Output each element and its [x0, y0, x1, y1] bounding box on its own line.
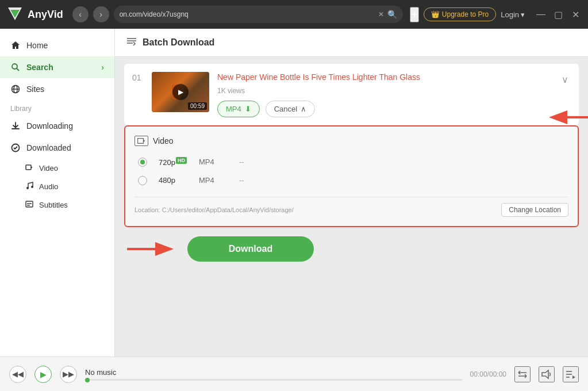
sidebar-item-sites[interactable]: Sites: [0, 78, 114, 100]
video-item: 01 ▶ 00:59 New Paper Wine Bottle Is Five…: [124, 64, 579, 125]
music-icon: [25, 182, 34, 191]
sidebar-item-downloading[interactable]: Downloading: [0, 115, 114, 137]
video-type-icon: [134, 136, 148, 146]
main-layout: Home Search › Sites Library Downloading: [0, 29, 588, 356]
video-title: New Paper Wine Bottle Is Five Times Ligh…: [217, 72, 551, 83]
player-progress-bar[interactable]: [85, 379, 462, 381]
video-info: New Paper Wine Bottle Is Five Times Ligh…: [217, 72, 551, 117]
format-row-480p[interactable]: 480p MP4 --: [134, 171, 568, 190]
player-progress-dot: [85, 378, 90, 382]
video-item-wrapper: 01 ▶ 00:59 New Paper Wine Bottle Is Five…: [115, 57, 588, 125]
back-button[interactable]: ‹: [72, 6, 89, 22]
url-text: on.com/video/x7usgnq: [120, 10, 375, 18]
close-button[interactable]: ✕: [568, 7, 582, 21]
player-next-button[interactable]: ▶▶: [60, 366, 77, 383]
bottom-player: ◀◀ ▶ ▶▶ No music 00:00/00:00: [0, 356, 588, 391]
forward-button[interactable]: ›: [93, 6, 109, 22]
svg-point-10: [26, 187, 29, 189]
player-volume-button[interactable]: [539, 366, 555, 382]
svg-marker-9: [31, 167, 33, 168]
video-views: 1K views: [217, 87, 551, 95]
check-circle-icon: [10, 143, 21, 153]
svg-line-3: [17, 68, 19, 71]
type-720p: MP4: [199, 158, 228, 166]
res-480p: 480p: [159, 176, 187, 185]
download-arrow-icon: ⬇: [245, 105, 251, 113]
library-section-label: Library: [0, 100, 114, 115]
batch-title: Batch Download: [143, 37, 214, 48]
svg-marker-22: [542, 370, 548, 378]
radio-selected-dot: [140, 160, 145, 164]
sidebar-sub-video[interactable]: Video: [0, 159, 114, 177]
svg-point-2: [12, 64, 17, 69]
sidebar-sub-audio[interactable]: Audio: [0, 177, 114, 195]
video-actions: MP4 ⬇ Cancel ∧: [217, 101, 551, 117]
player-prev-button[interactable]: ◀◀: [9, 366, 26, 383]
new-tab-button[interactable]: +: [410, 7, 419, 22]
svg-marker-20: [144, 140, 145, 142]
player-time: 00:00/00:00: [470, 370, 506, 378]
player-title: No music: [85, 368, 462, 377]
chevron-right-icon: ›: [101, 63, 104, 72]
type-480p: MP4: [199, 176, 228, 185]
upgrade-button[interactable]: 👑 Upgrade to Pro: [424, 7, 496, 21]
player-playlist-button[interactable]: [563, 366, 579, 382]
size-480p: --: [239, 176, 244, 185]
red-arrow-download: [124, 239, 176, 259]
radio-480p[interactable]: [138, 176, 147, 185]
video-item-header: 01 ▶ 00:59 New Paper Wine Bottle Is Five…: [124, 64, 579, 125]
crown-icon: 👑: [431, 10, 440, 18]
url-bar: on.com/video/x7usgnq ✕ 🔍: [114, 6, 403, 23]
chevron-up-icon: ∧: [301, 105, 306, 113]
search-icon: [10, 62, 21, 72]
url-search-icon[interactable]: 🔍: [387, 10, 397, 19]
maximize-button[interactable]: ▢: [551, 7, 565, 21]
batch-icon: [126, 37, 137, 48]
sidebar-sub-subtitles[interactable]: Subtitles: [0, 195, 114, 214]
svg-point-11: [31, 186, 33, 188]
batch-download-header: Batch Download: [115, 29, 588, 57]
location-text: Location: C:/Users/editor/AppData/Local/…: [134, 206, 294, 213]
thumb-duration: 00:59: [188, 102, 207, 110]
red-arrow-cancel: [548, 108, 588, 129]
svg-rect-19: [138, 138, 144, 143]
radio-720p[interactable]: [138, 158, 147, 167]
thumb-play-icon: ▶: [172, 84, 189, 100]
res-720p: 720pHD: [159, 158, 187, 167]
top-bar: AnyVid ‹ › on.com/video/x7usgnq ✕ 🔍 + 👑 …: [0, 0, 588, 29]
player-play-button[interactable]: ▶: [34, 366, 52, 383]
cancel-button[interactable]: Cancel ∧: [266, 101, 315, 117]
login-button[interactable]: Login ▾: [501, 10, 525, 19]
app-name: AnyVid: [28, 9, 63, 21]
download-area: Download: [115, 227, 588, 269]
sidebar-item-home[interactable]: Home: [0, 34, 114, 56]
sidebar-item-search[interactable]: Search ›: [0, 56, 114, 78]
sidebar: Home Search › Sites Library Downloading: [0, 29, 115, 356]
item-number: 01: [132, 72, 144, 82]
sidebar-item-downloaded[interactable]: Downloaded: [0, 137, 114, 159]
video-icon: [25, 163, 34, 172]
svg-rect-12: [26, 201, 33, 207]
minimize-button[interactable]: —: [534, 7, 548, 21]
url-close-icon[interactable]: ✕: [378, 10, 384, 18]
video-thumbnail: ▶ 00:59: [152, 72, 209, 112]
format-section-label: Video: [134, 136, 568, 146]
player-info: No music: [85, 368, 462, 381]
change-location-button[interactable]: Change Location: [501, 203, 568, 217]
subtitles-icon: [25, 200, 34, 209]
size-720p: --: [239, 158, 244, 166]
format-row-720p[interactable]: 720pHD MP4 --: [134, 153, 568, 171]
app-logo-icon: [6, 5, 24, 24]
player-repeat-button[interactable]: [514, 366, 531, 382]
download-button[interactable]: Download: [187, 236, 314, 262]
format-selector: Video 720pHD MP4 -- 480p MP4 -- Location…: [124, 125, 579, 227]
svg-rect-8: [26, 165, 31, 170]
globe-icon: [10, 84, 21, 94]
logo-area: AnyVid: [6, 5, 63, 24]
item-chevron-icon[interactable]: ∨: [559, 72, 571, 87]
download-icon: [10, 121, 21, 131]
chevron-down-icon: ▾: [521, 10, 525, 19]
svg-marker-26: [572, 375, 575, 379]
location-row: Location: C:/Users/editor/AppData/Local/…: [134, 197, 568, 217]
mp4-button[interactable]: MP4 ⬇: [217, 101, 260, 117]
